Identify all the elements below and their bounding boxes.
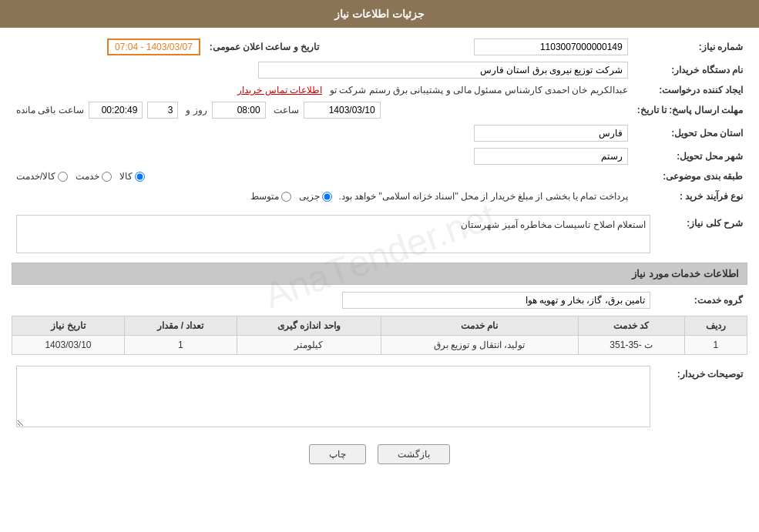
col-code: کد خدمت [578,316,684,336]
info-table: شماره نیاز: تاریخ و ساعت اعلان عمومی: 14… [12,35,747,208]
deadline-remaining: ساعت باقی مانده [16,102,143,119]
need-desc-label: شرح کلی نیاز: [655,212,747,256]
col-name: نام خدمت [381,316,578,336]
purchase-type-note: پرداخت تمام یا بخشی از مبلغ خریدار از مح… [338,191,627,202]
contact-link[interactable]: اطلاعات تماس خریدار [237,85,322,95]
creator-cell: عبدالکریم خان احمدی کارشناس مسئول مالی و… [12,82,633,99]
category-khedmat-radio[interactable] [102,172,112,182]
need-desc-cell: استعلام اصلاح تاسیسات مخاطره آمیز شهرستا… [12,212,655,256]
purchase-date-value: 1403/03/07 - 07:04 [107,38,200,55]
type-motevaset[interactable]: متوسط [250,191,291,202]
need-number-cell [324,35,633,59]
purchase-type-label: نوع فرآیند خرید : [633,185,747,208]
print-button[interactable]: چاپ [309,444,366,464]
need-description-box: استعلام اصلاح تاسیسات مخاطره آمیز شهرستا… [16,215,650,253]
col-quantity: تعداد / مقدار [124,316,237,336]
deadline-time-input[interactable] [212,102,266,119]
type-jozii-radio[interactable] [322,192,332,202]
need-description-text: استعلام اصلاح تاسیسات مخاطره آمیز شهرستا… [461,219,646,230]
province-input[interactable] [474,125,628,142]
buyer-org-input[interactable] [258,62,628,79]
deadline-time-group: ساعت [212,102,299,119]
service-group-label: گروه خدمت: [655,289,747,312]
city-cell [12,145,633,168]
col-row: ردیف [684,316,747,336]
service-group-cell [12,289,655,312]
deadline-remaining-input[interactable] [89,102,143,119]
province-cell [12,122,633,145]
time-label: ساعت [274,105,299,115]
category-kala-label: کالا [119,171,133,182]
type-jozii-label: جزیی [299,191,320,202]
row-date: 1403/03/10 [12,336,125,355]
buyer-notes-label: توصیحات خریدار: [655,363,747,433]
need-number-input[interactable] [474,38,628,55]
category-kala-khedmat-label: کالا/خدمت [16,171,55,182]
row-unit: کیلومتر [237,336,381,355]
buyer-notes-textarea[interactable] [16,366,650,427]
deadline-days-input[interactable] [147,102,178,119]
deadline-date-input[interactable] [304,102,381,119]
page-title: جزئیات اطلاعات نیاز [334,8,425,20]
buyer-org-label: نام دستگاه خریدار: [633,59,747,82]
deadline-label: مهلت ارسال پاسخ: تا تاریخ: [633,99,747,122]
page-header: جزئیات اطلاعات نیاز [0,0,759,28]
purchase-date-label: تاریخ و ساعت اعلان عمومی: [205,35,324,59]
table-row: 1 ت -35-351 تولید، انتقال و توزیع برق کی… [12,336,747,355]
type-motevaset-label: متوسط [250,191,279,202]
col-date: تاریخ نیاز [12,316,125,336]
category-cell: کالا/خدمت خدمت کالا [12,168,633,185]
creator-value: عبدالکریم خان احمدی کارشناس مسئول مالی و… [330,85,628,95]
category-kala-khedmat[interactable]: کالا/خدمت [16,171,68,182]
category-label: طبقه بندی موضوعی: [633,168,747,185]
city-input[interactable] [474,148,628,165]
type-jozii[interactable]: جزیی [299,191,332,202]
buyer-org-cell [12,59,633,82]
deadline-cell: ساعت باقی مانده روز و ساعت [12,99,633,122]
row-code: ت -35-351 [578,336,684,355]
category-kala-radio[interactable] [135,172,145,182]
remaining-label: ساعت باقی مانده [16,105,84,115]
deadline-date-input-wrap [304,102,381,119]
service-group-input[interactable] [342,292,650,309]
service-items-table: ردیف کد خدمت نام خدمت واحد اندازه گیری ت… [12,316,747,355]
category-khedmat-label: خدمت [76,171,99,182]
days-label: روز و [186,105,207,115]
deadline-days-group: روز و [147,102,207,119]
row-index: 1 [684,336,747,355]
back-button[interactable]: بازگشت [378,444,450,464]
need-number-label: شماره نیاز: [633,35,747,59]
col-unit: واحد اندازه گیری [237,316,381,336]
category-kala-khedmat-radio[interactable] [58,172,68,182]
row-service-name: تولید، انتقال و توزیع برق [381,336,578,355]
row-quantity: 1 [124,336,237,355]
type-motevaset-radio[interactable] [281,192,291,202]
purchase-date-cell: 1403/03/07 - 07:04 [12,35,205,59]
services-section-title: اطلاعات خدمات مورد نیاز [12,263,747,285]
service-group-table: گروه خدمت: [12,289,747,312]
category-kala[interactable]: کالا [119,171,145,182]
description-table: شرح کلی نیاز: استعلام اصلاح تاسیسات مخاط… [12,212,747,256]
province-label: استان محل تحویل: [633,122,747,145]
category-khedmat[interactable]: خدمت [76,171,112,182]
city-label: شهر محل تحویل: [633,145,747,168]
notes-table: توصیحات خریدار: [12,363,747,433]
button-row: بازگشت چاپ [12,444,747,464]
purchase-type-cell: پرداخت تمام یا بخشی از مبلغ خریدار از مح… [12,185,633,208]
buyer-notes-cell [12,363,655,433]
creator-label: ایجاد کننده درخواست: [633,82,747,99]
